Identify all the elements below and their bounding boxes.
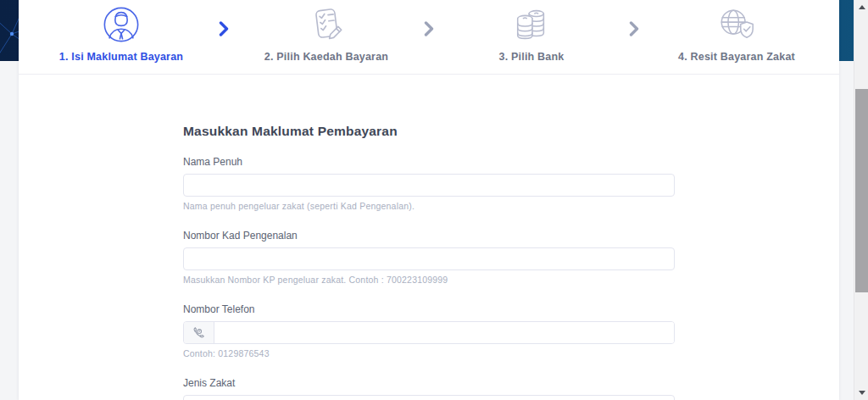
nama-penuh-input[interactable] xyxy=(183,174,675,197)
stepper-step-isi-maklumat[interactable]: 1. Isi Maklumat Bayaran xyxy=(19,0,224,63)
chevron-right-icon xyxy=(629,21,640,36)
payment-form: Masukkan Maklumat Pembayaran Nama Penuh … xyxy=(183,75,675,400)
chevron-right-icon xyxy=(219,21,230,36)
scrollbar-thumb[interactable] xyxy=(855,89,868,292)
field-helper: Contoh: 0129876543 xyxy=(183,348,675,358)
scroll-down-icon[interactable] xyxy=(854,386,868,400)
globe-shield-icon xyxy=(717,4,756,45)
step-label: 2. Pilih Kaedah Bayaran xyxy=(264,51,388,63)
scroll-up-icon[interactable] xyxy=(854,0,868,14)
phone-icon xyxy=(184,322,214,343)
field-group-nama-penuh: Nama Penuh Nama penuh pengeluar zakat (s… xyxy=(183,156,675,211)
browser-scrollbar[interactable] xyxy=(854,0,868,400)
jenis-zakat-select[interactable]: Sila Pilih Jenis Pembayaran xyxy=(183,395,675,400)
form-title: Masukkan Maklumat Pembayaran xyxy=(183,124,675,139)
stepper-step-resit-zakat[interactable]: 4. Resit Bayaran Zakat xyxy=(634,0,839,63)
payment-stepper: 1. Isi Maklumat Bayaran xyxy=(19,0,839,75)
nombor-telefon-input[interactable] xyxy=(214,322,674,343)
step-label: 4. Resit Bayaran Zakat xyxy=(678,51,795,63)
payment-card: 1. Isi Maklumat Bayaran xyxy=(19,0,839,400)
stepper-step-pilih-bank[interactable]: 3. Pilih Bank xyxy=(429,0,634,63)
payment-page: 1. Isi Maklumat Bayaran xyxy=(0,0,868,400)
step-label: 1. Isi Maklumat Bayaran xyxy=(59,51,183,63)
coins-icon xyxy=(512,4,551,45)
telefon-input-group xyxy=(183,321,675,344)
nombor-kp-input[interactable] xyxy=(183,247,675,270)
field-group-kad-pengenalan: Nombor Kad Pengenalan Masukkan Nombor KP… xyxy=(183,230,675,285)
user-icon xyxy=(102,4,141,45)
stepper-step-kaedah-bayaran[interactable]: 2. Pilih Kaedah Bayaran xyxy=(224,0,429,63)
field-label: Jenis Zakat xyxy=(183,377,675,389)
step-label: 3. Pilih Bank xyxy=(499,51,565,63)
field-label: Nombor Telefon xyxy=(183,303,675,315)
field-helper: Masukkan Nombor KP pengeluar zakat. Cont… xyxy=(183,275,675,285)
field-helper: Nama penuh pengeluar zakat (seperti Kad … xyxy=(183,201,675,211)
checklist-pencil-icon xyxy=(307,4,346,45)
field-group-telefon: Nombor Telefon Contoh: 0129876543 xyxy=(183,303,675,358)
field-label: Nombor Kad Pengenalan xyxy=(183,230,675,242)
chevron-right-icon xyxy=(424,21,435,36)
field-group-jenis-zakat: Jenis Zakat Sila Pilih Jenis Pembayaran xyxy=(183,377,675,400)
field-label: Nama Penuh xyxy=(183,156,675,168)
